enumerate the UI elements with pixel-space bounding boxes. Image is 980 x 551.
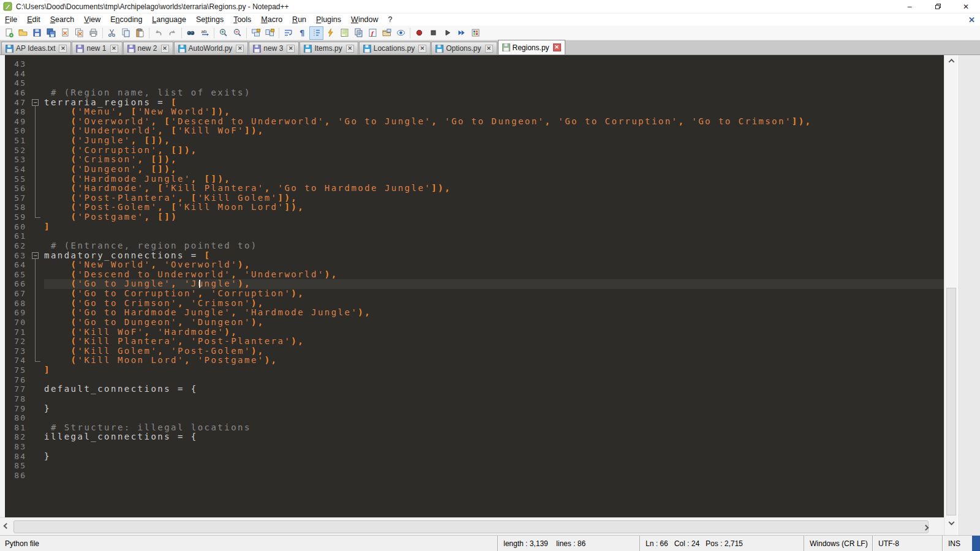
tab-close-icon[interactable]: ✕ (236, 45, 244, 53)
line-number[interactable]: 51 (5, 136, 29, 146)
line-number[interactable]: 55 (5, 174, 29, 184)
code-line-49[interactable]: ('Overworld', ['Descend to Underworld', … (44, 117, 944, 127)
line-number[interactable]: 61 (5, 231, 29, 241)
tab-items-py[interactable]: Items.py✕ (300, 42, 358, 54)
line-number[interactable]: 62 (5, 241, 29, 251)
line-number[interactable]: 66 (5, 279, 29, 289)
folder-as-workspace-button[interactable] (380, 26, 394, 40)
code-line-43[interactable] (44, 59, 944, 69)
find-button[interactable] (184, 26, 198, 40)
menu-item-run[interactable]: Run (287, 14, 311, 25)
scroll-right-arrow-icon[interactable] (919, 518, 932, 536)
macro-save-button[interactable] (469, 26, 483, 40)
fold-collapse-icon[interactable]: − (32, 252, 39, 259)
code-line-63[interactable]: mandatory_connections = [ (44, 251, 944, 261)
code-line-76[interactable] (44, 375, 944, 385)
document-list-button[interactable] (352, 26, 366, 40)
line-number[interactable]: 85 (5, 461, 29, 471)
line-number[interactable]: 49 (5, 117, 29, 127)
zoom-in-button[interactable] (216, 26, 230, 40)
line-number[interactable]: 65 (5, 270, 29, 280)
line-number[interactable]: 80 (5, 413, 29, 423)
open-file-button[interactable] (16, 26, 30, 40)
print-button[interactable] (86, 26, 100, 40)
tab-autoworld-py[interactable]: AutoWorld.py✕ (174, 42, 249, 54)
code-line-47[interactable]: terraria_regions = [ (44, 98, 944, 108)
line-number[interactable]: 82 (5, 432, 29, 442)
line-number[interactable]: 47 (5, 98, 29, 108)
line-number[interactable]: 58 (5, 203, 29, 212)
horizontal-scrollbar[interactable] (0, 517, 944, 535)
zoom-out-button[interactable] (230, 26, 244, 40)
save-button[interactable] (30, 26, 44, 40)
macro-record-button[interactable] (412, 26, 426, 40)
code-line-73[interactable]: ('Kill Golem', 'Post-Golem'), (44, 347, 944, 356)
document-map-button[interactable] (337, 26, 352, 40)
code-line-75[interactable]: ] (44, 365, 944, 375)
minimize-button[interactable]: – (895, 0, 924, 13)
vertical-scrollbar[interactable] (944, 55, 957, 535)
menubar-close-file-icon[interactable]: ✕ (968, 15, 975, 24)
line-number[interactable]: 53 (5, 155, 29, 165)
macro-stop-button[interactable] (426, 26, 440, 40)
tab-close-icon[interactable]: ✕ (161, 45, 169, 53)
restore-button[interactable] (924, 0, 952, 13)
close-button[interactable]: ✕ (952, 0, 980, 13)
close-all-button[interactable] (72, 26, 86, 40)
function-list-button[interactable]: f (366, 26, 380, 40)
line-number[interactable]: 79 (5, 404, 29, 414)
scroll-down-arrow-icon[interactable] (944, 517, 958, 528)
replace-button[interactable]: ab (198, 26, 212, 40)
line-number[interactable]: 54 (5, 165, 29, 174)
vertical-scrollbar-thumb[interactable] (946, 288, 956, 515)
tab-close-icon[interactable]: ✕ (418, 45, 426, 53)
tab-options-py[interactable]: Options.py✕ (431, 42, 497, 54)
code-line-78[interactable] (44, 394, 944, 404)
function-completion-button[interactable] (323, 26, 337, 40)
indent-guide-button[interactable] (309, 26, 323, 40)
code-line-66[interactable]: ('Go to Jungle', 'Jungle'), (44, 279, 944, 289)
tab-close-icon[interactable]: ✕ (485, 45, 493, 53)
line-number[interactable]: 50 (5, 126, 29, 136)
monitoring-button[interactable] (394, 26, 408, 40)
code-line-74[interactable]: ('Kill Moon Lord', 'Postgame'), (44, 356, 944, 365)
code-line-86[interactable] (44, 471, 944, 481)
menu-item-encoding[interactable]: Encoding (105, 14, 147, 25)
line-number[interactable]: 77 (5, 384, 29, 394)
line-number[interactable]: 86 (5, 471, 29, 481)
undo-button[interactable] (151, 26, 165, 40)
sync-vertical-scrolling-button[interactable] (249, 26, 263, 40)
code-line-45[interactable] (44, 78, 944, 88)
tab-new-3[interactable]: new 3✕ (249, 42, 299, 54)
code-line-71[interactable]: ('Kill WoF', 'Hardmode'), (44, 328, 944, 337)
macro-play-button[interactable] (440, 26, 454, 40)
line-number[interactable]: 71 (5, 328, 29, 337)
menu-item-macro[interactable]: Macro (256, 14, 287, 25)
code-line-55[interactable]: ('Hardmode Jungle', []), (44, 174, 944, 184)
cut-button[interactable] (105, 26, 119, 40)
tab-new-1[interactable]: new 1✕ (72, 42, 122, 54)
fold-collapse-icon[interactable]: − (32, 99, 39, 106)
code-line-77[interactable]: default_connections = { (44, 384, 944, 394)
menu-item-file[interactable]: File (0, 14, 22, 25)
code-line-48[interactable]: ('Menu', ['New World']), (44, 107, 944, 117)
code-editor[interactable]: 4344454647484950515253545556575859606162… (5, 55, 944, 517)
code-line-46[interactable]: # (Region name, list of exits) (44, 88, 944, 98)
line-number[interactable]: 69 (5, 308, 29, 318)
code-line-70[interactable]: ('Go to Dungeon', 'Dungeon'), (44, 318, 944, 328)
code-line-69[interactable]: ('Go to Hardmode Jungle', 'Hardmode Jung… (44, 308, 944, 318)
code-line-54[interactable]: ('Dungeon', []), (44, 165, 944, 174)
tab-new-2[interactable]: new 2✕ (123, 42, 173, 54)
code-line-59[interactable]: ('Postgame', []) (44, 212, 944, 222)
code-line-80[interactable] (44, 413, 944, 423)
code-line-60[interactable]: ] (44, 222, 944, 232)
new-file-button[interactable] (2, 26, 16, 40)
line-number[interactable]: 75 (5, 365, 29, 375)
tab-locations-py[interactable]: Locations.py✕ (359, 42, 431, 54)
scroll-left-arrow-icon[interactable] (0, 518, 12, 536)
menu-item-[interactable]: ? (383, 14, 398, 25)
tab-close-icon[interactable]: ✕ (59, 45, 67, 53)
code-line-81[interactable]: # Structure: illegal locations (44, 423, 944, 433)
menu-item-window[interactable]: Window (346, 14, 383, 25)
line-number[interactable]: 78 (5, 394, 29, 404)
